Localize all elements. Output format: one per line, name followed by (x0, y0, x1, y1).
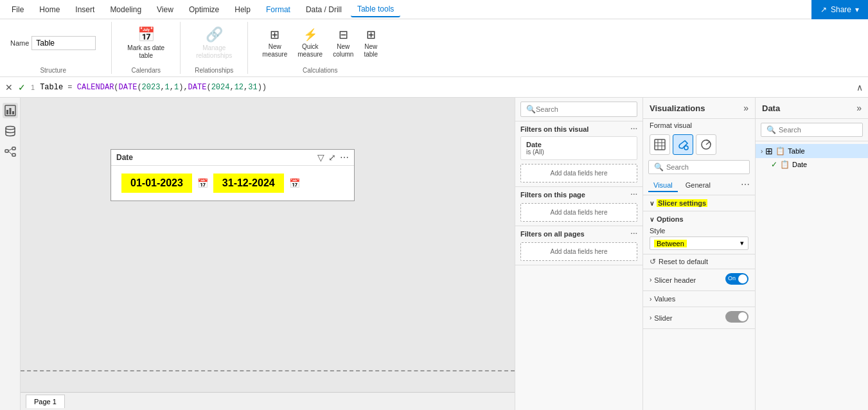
data-search-box: 🔍 (756, 119, 868, 141)
reset-to-default-btn[interactable]: ↺ Reset to default (643, 254, 755, 269)
manage-relationships-btn[interactable]: 🔗 Manage relationships (191, 24, 237, 62)
new-measure-btn[interactable]: ⊞ New measure (258, 26, 291, 60)
slicer-visual: Date ▽ ⤢ ⋯ 01-01-2023 📅 31-12-2024 📅 (111, 149, 355, 201)
viz-tab-more[interactable]: ⋯ (741, 179, 750, 192)
values-left: › Values (650, 295, 675, 303)
viz-pane-expand-btn[interactable]: » (743, 103, 748, 113)
menu-home[interactable]: Home (33, 3, 66, 17)
sidebar-icon-report[interactable] (3, 103, 18, 118)
data-search-icon: 🔍 (766, 125, 776, 134)
filter-add-fields-all[interactable]: Add data fields here (520, 242, 637, 261)
filters-all-dots[interactable]: ⋯ (630, 230, 637, 238)
viz-tab-general[interactable]: General (680, 179, 716, 192)
svg-rect-3 (12, 111, 14, 114)
viz-icon-row (643, 132, 755, 157)
slicer-filter-icon[interactable]: ▽ (317, 152, 324, 163)
slicer-end-date[interactable]: 31-12-2024 (213, 174, 284, 193)
name-input[interactable] (31, 36, 96, 50)
slicer-header-chevron[interactable]: › (650, 276, 651, 283)
toggle-on-label: On (728, 275, 736, 281)
menu-view[interactable]: View (150, 3, 180, 17)
viz-icon-table[interactable] (650, 134, 670, 155)
svg-point-15 (684, 146, 688, 150)
menu-modeling[interactable]: Modeling (103, 3, 148, 17)
filters-on-page-title: Filters on this page ⋯ (520, 191, 637, 199)
slider-toggle[interactable]: Off (725, 311, 748, 325)
style-select-value: Between (654, 240, 687, 247)
viz-tab-visual[interactable]: Visual (648, 179, 678, 192)
slicer-header-toggle[interactable]: On (725, 273, 748, 287)
new-table-btn[interactable]: ⊞ New table (360, 26, 382, 60)
formula-close-btn[interactable]: ✕ (5, 82, 13, 93)
menu-insert[interactable]: Insert (69, 3, 101, 17)
filter-date-value: is (All) (526, 148, 632, 156)
menu-optimize[interactable]: Optimize (182, 3, 226, 17)
visualizations-pane: Visualizations » Format visual (643, 98, 756, 410)
filter-add-fields-visual[interactable]: Add data fields here (520, 164, 637, 183)
menu-file[interactable]: File (5, 3, 30, 17)
formula-collapse-btn[interactable]: ∧ (856, 82, 863, 93)
sidebar-icon-data[interactable] (3, 123, 18, 139)
data-tree-table-item[interactable]: › ⊞ 📋 Table (756, 144, 868, 158)
share-button[interactable]: ↗ Share ▾ (811, 0, 868, 19)
slider-chevron[interactable]: › (650, 314, 651, 321)
mark-as-date-btn[interactable]: 📅 Mark as date table (122, 24, 170, 62)
filter-search-container: 🔍 (520, 102, 637, 117)
filter-add-fields-page[interactable]: Add data fields here (520, 203, 637, 222)
date-calendar-icon: 📋 (780, 160, 790, 169)
toggle-off-label: Off (738, 313, 746, 319)
viz-icon-analytics[interactable] (696, 134, 716, 155)
menu-data-drill[interactable]: Data / Drill (299, 3, 348, 17)
slicer-start-date[interactable]: 01-01-2023 (121, 174, 192, 193)
field-name: Date (792, 161, 807, 168)
slicer-settings-title[interactable]: ∨ Slicer settings (650, 199, 748, 207)
page-tab-1[interactable]: Page 1 (26, 395, 65, 408)
filter-date-field[interactable]: Date is (All) (520, 136, 637, 160)
filters-page-dots[interactable]: ⋯ (630, 191, 637, 199)
filter-pane: 🔍 Filters on this visual ⋯ Date is (All)… (515, 98, 643, 410)
quick-measure-icon: ⚡ (303, 28, 317, 42)
style-select[interactable]: Between ▾ (650, 236, 748, 250)
menu-help[interactable]: Help (228, 3, 257, 17)
left-sidebar (0, 98, 21, 410)
formula-expression[interactable]: Table = CALENDAR(DATE(2023,1,1),DATE(202… (40, 83, 851, 92)
viz-icon-paint[interactable] (673, 134, 693, 155)
slicer-settings-label: Slicer settings (657, 199, 707, 207)
svg-point-4 (6, 127, 15, 130)
filter-search-input[interactable] (536, 105, 632, 113)
filters-on-visual-title: Filters on this visual ⋯ (520, 125, 637, 134)
slicer-more-icon[interactable]: ⋯ (340, 152, 349, 163)
svg-rect-10 (655, 139, 665, 150)
table-grid-icon: ⊞ (765, 146, 773, 156)
relationships-icon: 🔗 (206, 26, 223, 43)
new-column-btn[interactable]: ⊟ New column (329, 26, 357, 60)
ribbon-group-calculations: ⊞ New measure ⚡ Quick measure ⊟ New colu… (258, 22, 392, 74)
slicer-settings-chevron: ∨ (650, 200, 654, 207)
menu-table-tools[interactable]: Table tools (351, 2, 400, 17)
sidebar-icon-model[interactable] (3, 144, 18, 159)
canvas-area: Date ▽ ⤢ ⋯ 01-01-2023 📅 31-12-2024 📅 Pag… (21, 98, 515, 410)
data-tree: › ⊞ 📋 Table ✓ 📋 Date (756, 141, 868, 174)
menu-format[interactable]: Format (260, 3, 297, 17)
values-chevron[interactable]: › (650, 296, 651, 303)
filters-on-all-title: Filters on all pages ⋯ (520, 230, 637, 238)
svg-line-17 (706, 142, 709, 145)
data-tree-date-item[interactable]: ✓ 📋 Date (756, 158, 868, 171)
data-search-input[interactable] (779, 126, 857, 134)
page-tab-bar: Page 1 (21, 392, 515, 410)
values-section: › Values (643, 291, 755, 307)
options-title[interactable]: ∨ Options (650, 215, 748, 223)
slicer-settings-section: ∨ Slicer settings (643, 195, 755, 211)
filters-visual-dots[interactable]: ⋯ (630, 125, 637, 134)
data-pane-title: Data (762, 103, 780, 113)
svg-rect-6 (12, 147, 15, 150)
dotted-separator (21, 370, 515, 371)
formula-check-btn[interactable]: ✓ (18, 82, 26, 93)
data-pane-expand-btn[interactable]: » (856, 103, 862, 113)
viz-search-input[interactable] (666, 163, 744, 171)
quick-measure-btn[interactable]: ⚡ Quick measure (294, 26, 326, 60)
ribbon: Name Structure 📅 Mark as date table Cale… (0, 19, 868, 77)
date-check-icon: ✓ (771, 160, 777, 169)
slicer-expand-icon[interactable]: ⤢ (328, 152, 336, 163)
filters-on-visual-section: Filters on this visual ⋯ Date is (All) A… (515, 121, 642, 187)
